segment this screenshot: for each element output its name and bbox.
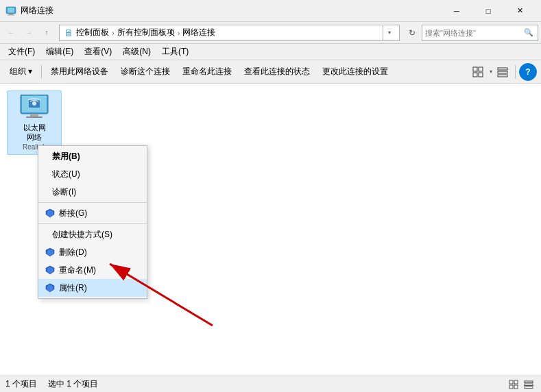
title-bar: 网络连接 ─ □ ✕ (0, 0, 541, 22)
status-bar: 1 个项目 选中 1 个项目 (0, 376, 541, 392)
svg-point-16 (32, 101, 36, 106)
view-dropdown-arrow[interactable]: ▾ (490, 69, 492, 75)
context-menu: 禁用(B) 状态(U) 诊断(I) 桥接(G) 创建快捷方式(S) (38, 145, 147, 299)
computer-monitor-svg (18, 95, 51, 121)
minimize-button[interactable]: ─ (441, 0, 472, 22)
ctx-shortcut[interactable]: 创建快捷方式(S) (38, 225, 147, 243)
svg-rect-5 (479, 67, 483, 71)
svg-rect-6 (473, 73, 477, 77)
help-button[interactable]: ? (519, 63, 537, 81)
diagnose-button[interactable]: 诊断这个连接 (115, 63, 176, 81)
svg-rect-4 (473, 67, 477, 71)
back-button[interactable]: ← (3, 25, 19, 41)
toolbar-separator-2 (515, 65, 516, 79)
window-title: 网络连接 (21, 5, 441, 16)
bridge-shield-icon (45, 208, 55, 218)
organize-button[interactable]: 组织 ▾ (4, 63, 38, 81)
svg-rect-2 (9, 14, 13, 15)
item-count: 1 个项目 (5, 378, 37, 390)
svg-rect-20 (514, 380, 518, 384)
selected-count: 选中 1 个项目 (48, 378, 98, 390)
ctx-disable[interactable]: 禁用(B) (38, 147, 147, 165)
maximize-button[interactable]: □ (472, 0, 504, 22)
ctx-separator-2 (38, 223, 147, 224)
svg-rect-3 (8, 14, 14, 15)
svg-rect-21 (509, 385, 513, 389)
status-list-view-button[interactable] (522, 378, 536, 391)
menu-edit[interactable]: 编辑(E) (40, 45, 79, 60)
search-box[interactable]: 🔍 (422, 25, 538, 41)
address-path[interactable]: 🖥 控制面板 › 所有控制面板项 › 网络连接 ▾ (59, 25, 400, 41)
view-grid-button[interactable] (469, 63, 487, 81)
main-panel: 以太网 网络 Realtek 禁用(B) 状态(U) 诊断(I) 桥接(G) (0, 84, 541, 376)
forward-button[interactable]: → (21, 25, 37, 41)
content-area: 以太网 网络 Realtek 禁用(B) 状态(U) 诊断(I) 桥接(G) (0, 84, 541, 376)
svg-rect-1 (8, 8, 14, 12)
properties-shield-icon (45, 283, 55, 293)
address-bar: ← → ↑ 🖥 控制面板 › 所有控制面板项 › 网络连接 ▾ ↻ 🔍 (0, 22, 541, 44)
svg-rect-14 (26, 117, 43, 118)
change-settings-button[interactable]: 更改此连接的设置 (317, 63, 394, 81)
status-list-icon (524, 380, 533, 389)
search-icon[interactable]: 🔍 (522, 27, 535, 39)
menu-file[interactable]: 文件(F) (3, 45, 40, 60)
menu-tools[interactable]: 工具(T) (156, 45, 194, 60)
up-button[interactable]: ↑ (38, 25, 55, 41)
close-button[interactable]: ✕ (504, 0, 536, 22)
toolbar-separator-1 (41, 65, 42, 79)
svg-rect-19 (509, 380, 513, 384)
status-right (507, 378, 536, 391)
network-type: 网络 (23, 132, 46, 142)
refresh-button[interactable]: ↻ (404, 25, 420, 41)
view-status-button[interactable]: 查看此连接的状态 (239, 63, 315, 81)
list-view-icon (497, 66, 508, 77)
menu-bar: 文件(F) 编辑(E) 查看(V) 高级(N) 工具(T) (0, 44, 541, 60)
ctx-delete[interactable]: 删除(D) (38, 243, 147, 261)
menu-view[interactable]: 查看(V) (79, 45, 117, 60)
svg-rect-10 (498, 75, 507, 77)
rename-shield-icon (45, 265, 55, 275)
path-text: 🖥 控制面板 › 所有控制面板项 › 网络连接 (64, 27, 383, 38)
delete-shield-icon (45, 247, 55, 257)
status-grid-view-button[interactable] (507, 378, 520, 391)
path-part-3: 网络连接 (182, 27, 215, 38)
ctx-separator-1 (38, 202, 147, 203)
ctx-status[interactable]: 状态(U) (38, 165, 147, 183)
svg-rect-22 (514, 385, 518, 389)
svg-rect-24 (525, 384, 533, 386)
svg-rect-13 (30, 114, 38, 117)
svg-rect-25 (525, 387, 533, 389)
path-icon: 🖥 (64, 27, 73, 38)
svg-rect-8 (498, 68, 507, 70)
path-part-1: 控制面板 (76, 27, 109, 38)
toolbar: 组织 ▾ 禁用此网络设备 诊断这个连接 重命名此连接 查看此连接的状态 更改此连… (0, 60, 541, 84)
window-controls: ─ □ ✕ (441, 0, 536, 22)
toolbar-right: ▾ ? (469, 63, 537, 81)
ctx-diagnose[interactable]: 诊断(I) (38, 183, 147, 201)
disable-network-button[interactable]: 禁用此网络设备 (45, 63, 114, 81)
path-part-2: 所有控制面板项 (117, 27, 175, 38)
ctx-bridge[interactable]: 桥接(G) (38, 204, 147, 222)
path-sep-2: › (178, 29, 180, 37)
svg-rect-7 (479, 73, 483, 77)
status-left: 1 个项目 选中 1 个项目 (5, 378, 98, 390)
path-sep-1: › (112, 29, 115, 37)
ethernet-icon (18, 94, 51, 121)
address-dropdown-button[interactable]: ▾ (383, 25, 395, 41)
search-input[interactable] (425, 29, 522, 37)
svg-rect-23 (525, 381, 533, 383)
rename-button[interactable]: 重命名此连接 (177, 63, 237, 81)
ethernet-name: 以太网 (23, 123, 46, 132)
grid-view-icon (472, 66, 483, 77)
svg-rect-9 (498, 71, 507, 73)
menu-advanced[interactable]: 高级(N) (117, 45, 156, 60)
view-list-button[interactable] (494, 63, 512, 81)
status-grid-icon (509, 380, 518, 389)
ctx-rename[interactable]: 重命名(M) (38, 261, 147, 279)
ctx-properties[interactable]: 属性(R) (38, 279, 147, 297)
window-icon (5, 5, 16, 16)
